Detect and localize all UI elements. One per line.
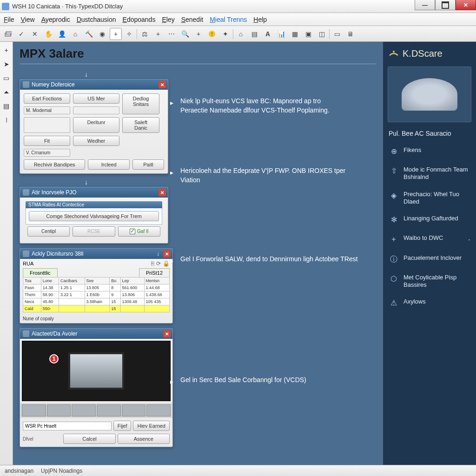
minimize-button[interactable]: —	[415, 0, 435, 10]
tool-house-icon[interactable]: ⌂	[235, 28, 247, 40]
thumbnail[interactable]	[146, 404, 171, 416]
promo-image[interactable]	[388, 66, 471, 122]
thumbnail[interactable]	[22, 404, 46, 416]
titlebar: WSH 10 Canicata · This·TypexDD·Ditclay —…	[0, 0, 476, 13]
input-wsr[interactable]: WSR Pc Hraelt	[23, 422, 112, 430]
field-saleft[interactable]: SaleftDanic	[122, 117, 159, 133]
tool-monitor-icon[interactable]: 🖥	[344, 28, 357, 40]
tool-dots-icon[interactable]: ⋯	[165, 28, 178, 40]
sidebar-item-fikens[interactable]: ⊕Fikens	[383, 142, 476, 161]
tool-x-icon[interactable]: ✕	[29, 28, 41, 40]
btn-rechivir[interactable]: Rechivir Bandipes	[24, 159, 85, 170]
tool-scale-icon[interactable]: ⚖	[139, 28, 151, 40]
panel4-close-icon[interactable]: ✕	[163, 330, 171, 337]
tool-sparkle-icon[interactable]: ✦	[219, 28, 231, 40]
sidebar-item-axylows[interactable]: ⚠Axylows	[383, 293, 476, 313]
field-deritunr[interactable]: Deritunr	[73, 117, 119, 133]
btn-calcel[interactable]: Calcel	[63, 434, 115, 444]
tool-home-icon[interactable]: ⌂	[69, 28, 81, 40]
tool-card-icon[interactable]: ▭	[331, 28, 343, 40]
thumbnail[interactable]	[72, 404, 96, 416]
status-b: Up|PN Noadings	[41, 468, 82, 474]
rail-cone-icon[interactable]: ⏶	[2, 87, 11, 97]
tool-mag-icon[interactable]: 🔍	[179, 28, 191, 40]
warning-icon: ⚠	[389, 298, 399, 308]
menu-senedit[interactable]: Senedit	[181, 16, 204, 23]
title-rule	[20, 64, 377, 64]
tool-window-icon[interactable]: ◫	[316, 28, 328, 40]
thumbnail[interactable]	[122, 404, 146, 416]
panel1-close-icon[interactable]: ✕	[159, 81, 166, 88]
menu-help[interactable]: Help	[253, 16, 267, 23]
tool-warning-icon[interactable]: !	[206, 28, 218, 40]
sidebar-item-pacuelement[interactable]: ⓘPacuelement Inclover	[383, 250, 476, 269]
menu-dustchausion[interactable]: Dustchausion	[77, 16, 116, 23]
btn-comge[interactable]: Comge Stechoned Valvraageing For Trem	[29, 211, 159, 221]
sidebar-item-prechacio[interactable]: ◈Prechacio: Whel Tuo Dlaed	[383, 186, 476, 211]
field-earl[interactable]: Earl Foctions	[24, 93, 70, 104]
tool-compass-icon[interactable]: ✧	[123, 28, 135, 40]
panel3-sub: RUA	[23, 261, 33, 266]
tool-person-icon[interactable]: 👤	[56, 28, 68, 40]
tool-layers-icon[interactable]	[2, 28, 14, 40]
tab-frosnttlic[interactable]: Frosnttlic	[23, 268, 58, 277]
rail-dots-icon[interactable]: ⁞	[2, 115, 11, 125]
btn-hiev[interactable]: Hiev Earned	[133, 421, 170, 431]
close-button[interactable]: ✕	[456, 0, 476, 10]
btn-assence[interactable]: Assence	[118, 434, 170, 444]
tool-bold-icon[interactable]: A	[262, 28, 274, 40]
menu-ayeprodic[interactable]: Ayeprodic	[41, 16, 70, 23]
btn-gaf[interactable]: Gaf II	[118, 226, 160, 237]
tool-grid-icon[interactable]: ▦	[289, 28, 301, 40]
btn-excleed[interactable]: Ircleed	[88, 159, 130, 170]
rail-list-icon[interactable]: ▤	[2, 101, 11, 111]
tool-add-icon[interactable]: +	[152, 28, 164, 40]
thumbnail[interactable]	[97, 404, 121, 416]
tool-hand-icon[interactable]: ✋	[42, 28, 54, 40]
menu-eley[interactable]: Eley	[162, 16, 174, 23]
tool-globe-icon[interactable]: ◉	[96, 28, 108, 40]
sidebar-item-waibo[interactable]: +Waibo to DWC	[383, 230, 476, 250]
arrow-icon: ▸	[170, 257, 173, 266]
panel4-title: Alacteet/Da Avoler	[32, 331, 78, 337]
sidebar-item-linanging[interactable]: ✻Linanging Gafturded	[383, 210, 476, 230]
thumbnail[interactable]	[47, 404, 71, 416]
btn-fijef[interactable]: Fijef	[113, 421, 132, 431]
panel3-close-icon[interactable]: ✕	[163, 250, 171, 258]
refresh-icon[interactable]: ⟳	[156, 260, 161, 267]
maximize-button[interactable]	[435, 0, 456, 10]
btn-centipl[interactable]: Centipl	[27, 226, 70, 237]
tool-hammer-icon[interactable]: 🔨	[83, 28, 95, 40]
field-deadog[interactable]: DedlogSnitars	[122, 93, 159, 114]
input-dfvel[interactable]	[35, 434, 62, 444]
field-fit[interactable]: Fit	[24, 136, 70, 146]
menu-edopoands[interactable]: Edopoands	[123, 16, 156, 23]
copy-icon[interactable]: ⎘	[151, 260, 154, 267]
rail-arrow-icon[interactable]: ➤	[2, 60, 11, 69]
menu-miealtrenns[interactable]: Mieal Trenns	[210, 16, 247, 23]
tool-chart-icon[interactable]: 📊	[275, 28, 287, 40]
lock-icon[interactable]: 🔒	[163, 260, 170, 267]
rail-plus-icon[interactable]: +	[2, 46, 11, 55]
tool-plus-icon[interactable]: +	[110, 28, 122, 40]
field-usmer[interactable]: US Mer	[73, 93, 119, 104]
field-crnanum: V. Crnanum	[24, 149, 70, 157]
sidebar-item-metcoylicable[interactable]: ⬡Met Coylicable Pisp Bassires	[383, 269, 476, 294]
tool-table-icon[interactable]: ▣	[302, 28, 314, 40]
field-wedher[interactable]: Wedher	[73, 136, 119, 146]
menu-file[interactable]: File	[4, 16, 14, 23]
check-icon	[130, 229, 135, 234]
tool-plus2-icon[interactable]: +	[192, 28, 205, 40]
rail-doc-icon[interactable]: ▭	[2, 73, 11, 83]
video-preview[interactable]: 1	[22, 341, 171, 401]
callout-2: ▸Hericoloeh ad the Edeprate V'|P FWP. ON…	[180, 166, 366, 185]
tool-check-icon[interactable]: ✓	[15, 28, 27, 40]
panel2-close-icon[interactable]: ✕	[159, 189, 166, 196]
panel-icon	[23, 189, 29, 196]
btn-paitl[interactable]: Paitl	[132, 159, 164, 170]
sidebar-item-mode[interactable]: ⇧Mode ic Fonmach Team Bshiralnd	[383, 161, 476, 186]
btn-rcse[interactable]: RCSE	[73, 226, 115, 237]
menu-view[interactable]: View	[21, 16, 35, 23]
tool-doc-icon[interactable]: ▤	[248, 28, 260, 40]
tab-prist12[interactable]: PriSt12	[139, 268, 170, 277]
